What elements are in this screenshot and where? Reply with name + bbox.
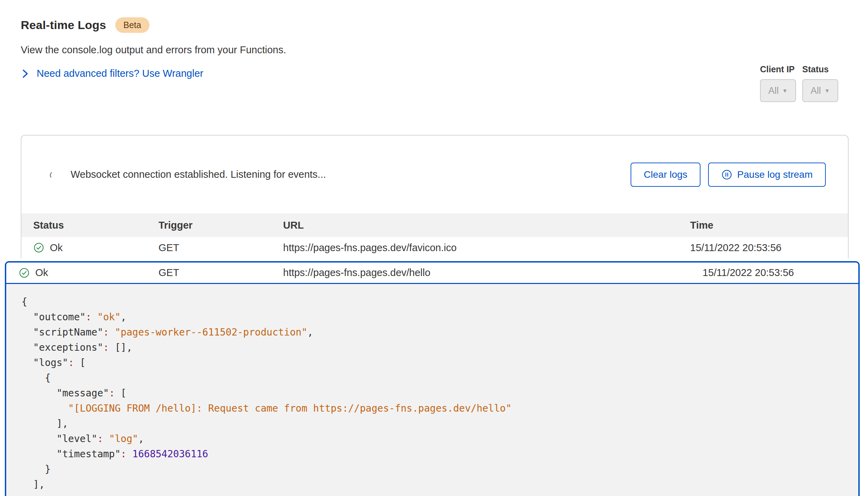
websocket-status-text: Websocket connection established. Listen… — [71, 169, 326, 180]
clear-logs-button[interactable]: Clear logs — [631, 163, 700, 187]
stream-actions: Clear logs Pause log stream — [631, 163, 826, 187]
code-line: "level": "log", — [21, 431, 844, 447]
code-line: "message": [ — [21, 386, 844, 401]
code-line: { — [21, 294, 844, 310]
client-ip-filter-select[interactable]: All ▼ — [760, 79, 796, 102]
status-filter-select[interactable]: All ▼ — [802, 79, 838, 102]
page-description: View the console.log output and errors f… — [21, 44, 286, 56]
log-row[interactable]: Ok GET https://pages-fns.pages.dev/favic… — [21, 237, 848, 258]
code-line: "[LOGGING FROM /hello]: Request came fro… — [21, 401, 844, 416]
page-header: Real-time Logs Beta — [21, 17, 150, 33]
column-header-trigger: Trigger — [159, 220, 283, 231]
pause-log-stream-button[interactable]: Pause log stream — [708, 163, 826, 187]
trigger-value: GET — [159, 242, 283, 254]
expanded-log-entry: Ok GET https://pages-fns.pages.dev/hello… — [5, 261, 860, 496]
time-value: 15/11/2022 20:53:56 — [690, 242, 848, 254]
status-filter-label: Status — [802, 64, 838, 74]
code-line: "outcome": "ok", — [21, 310, 844, 325]
logs-card: Websocket connection established. Listen… — [21, 135, 849, 258]
status-value: Ok — [50, 242, 63, 254]
realtime-logs-page: Real-time Logs Beta View the console.log… — [0, 0, 868, 496]
stream-status-bar: Websocket connection established. Listen… — [21, 136, 848, 213]
time-value: 15/11/2022 20:53:56 — [703, 267, 858, 278]
beta-badge: Beta — [115, 17, 150, 33]
chevron-right-icon — [21, 68, 29, 79]
column-header-status: Status — [33, 220, 159, 231]
status-cell: Ok — [33, 242, 159, 254]
code-line: { — [21, 370, 844, 386]
trigger-value: GET — [159, 267, 283, 278]
code-line: ], — [21, 477, 844, 492]
filters: Client IP All ▼ Status All ▼ — [760, 64, 838, 102]
check-circle-icon — [19, 267, 30, 278]
wrangler-link[interactable]: Need advanced filters? Use Wrangler — [21, 68, 203, 79]
caret-down-icon: ▼ — [782, 88, 788, 94]
url-value: https://pages-fns.pages.dev/favicon.ico — [283, 242, 690, 254]
code-line: "logs": [ — [21, 355, 844, 370]
status-filter-group: Status All ▼ — [802, 64, 838, 102]
json-log-body: { "outcome": "ok", "scriptName": "pages-… — [6, 284, 858, 492]
client-ip-filter-value: All — [768, 85, 779, 96]
caret-down-icon: ▼ — [824, 88, 830, 94]
column-header-time: Time — [690, 220, 848, 231]
code-line: } — [21, 462, 844, 477]
client-ip-filter-label: Client IP — [760, 64, 796, 74]
spinner-icon — [49, 170, 59, 180]
url-value: https://pages-fns.pages.dev/hello — [283, 267, 703, 278]
status-value: Ok — [35, 267, 48, 278]
status-filter-value: All — [811, 85, 821, 96]
code-line: "scriptName": "pages-worker--611502-prod… — [21, 325, 844, 340]
check-circle-icon — [33, 242, 44, 253]
wrangler-link-label: Need advanced filters? Use Wrangler — [37, 68, 203, 79]
log-row-selected[interactable]: Ok GET https://pages-fns.pages.dev/hello… — [6, 263, 858, 284]
client-ip-filter-group: Client IP All ▼ — [760, 64, 796, 102]
pause-circle-icon — [721, 169, 732, 180]
code-line: "timestamp": 1668542036116 — [21, 447, 844, 462]
page-title: Real-time Logs — [21, 18, 106, 32]
column-header-url: URL — [283, 220, 690, 231]
code-line: "exceptions": [], — [21, 340, 844, 355]
status-cell: Ok — [19, 267, 159, 278]
code-line: ], — [21, 416, 844, 431]
pause-log-stream-label: Pause log stream — [737, 169, 813, 180]
clear-logs-label: Clear logs — [644, 169, 687, 180]
table-header: Status Trigger URL Time — [21, 213, 848, 237]
